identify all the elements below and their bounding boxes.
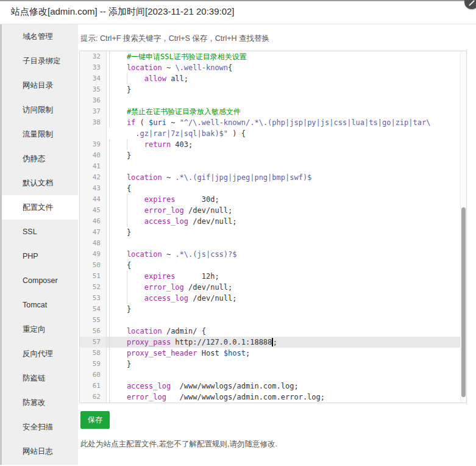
- code-line[interactable]: 51expires 12h;: [80, 271, 466, 282]
- code-text: location /admin/ {: [107, 326, 466, 337]
- code-text: error_log /dev/null;: [107, 282, 466, 293]
- code-line[interactable]: 45error_log /dev/null;: [80, 205, 466, 216]
- code-text: location ~ .*\.(gif|jpg|jpeg|png|bmp|swf…: [107, 172, 466, 183]
- code-text: location ~ \.well-known{: [107, 62, 466, 73]
- code-line[interactable]: 40}: [80, 150, 466, 161]
- code-text: }: [107, 359, 466, 370]
- scrollbar-thumb[interactable]: [461, 207, 466, 397]
- code-line[interactable]: 43{: [80, 183, 466, 194]
- sidebar-item-tomcat[interactable]: Tomcat: [2, 293, 78, 317]
- code-token: error_log: [144, 206, 184, 215]
- code-editor[interactable]: 32#一键申请SSL证书验证目录相关设置33location ~ \.well-…: [79, 51, 467, 403]
- code-line[interactable]: 56location /admin/ {: [80, 326, 466, 337]
- sidebar-item-site-directory[interactable]: 网站目录: [2, 73, 78, 98]
- sidebar-item-ssl[interactable]: SSL: [2, 220, 78, 244]
- code-token: ) {: [228, 129, 246, 138]
- sidebar-item-hotlink-protection[interactable]: 防盗链: [2, 366, 78, 390]
- line-number: 33: [80, 62, 107, 73]
- indent-guide: [109, 249, 127, 260]
- code-token: access_log: [144, 217, 188, 226]
- line-number: 39: [80, 139, 107, 150]
- indent-guide: [109, 194, 127, 205]
- save-button[interactable]: 保存: [80, 411, 110, 429]
- sidebar-item-security-scan[interactable]: 安全扫描: [2, 415, 78, 439]
- sidebar-item-reverse-proxy[interactable]: 反向代理: [2, 342, 78, 366]
- code-line[interactable]: 60: [80, 370, 466, 381]
- line-number: 60: [80, 370, 107, 381]
- code-line[interactable]: 53access_log /dev/null;: [80, 293, 466, 304]
- code-line[interactable]: 32#一键申请SSL证书验证目录相关设置: [80, 51, 466, 62]
- code-text: }: [107, 84, 466, 95]
- indent-guide: [127, 205, 144, 216]
- line-number: 57: [80, 337, 107, 348]
- code-line[interactable]: 57proxy_pass http://127.0.0.1:18888;: [80, 337, 466, 348]
- code-token: 12h;: [175, 272, 219, 281]
- sidebar-item-access-limit[interactable]: 访问限制: [2, 98, 78, 122]
- code-text: proxy_set_header Host $host;: [107, 348, 466, 359]
- code-token: .*\.(gif|jpg|jpeg|png|bmp|swf)$: [175, 173, 311, 182]
- code-line[interactable]: 54}: [80, 304, 466, 315]
- sidebar-item-url-rewrite[interactable]: 伪静态: [2, 146, 78, 171]
- code-text: }: [107, 304, 466, 315]
- indent-guide: [109, 282, 127, 293]
- code-line[interactable]: 46access_log /dev/null;: [80, 216, 466, 227]
- code-token: error_log: [127, 393, 166, 401]
- sidebar-item-config-file[interactable]: 配置文件: [2, 195, 78, 220]
- code-line[interactable]: 47}: [80, 227, 466, 238]
- code-line[interactable]: 34allow all;: [80, 73, 466, 84]
- sidebar-item-tamper-proof[interactable]: 防篡改: [2, 390, 78, 415]
- code-line[interactable]: 33location ~ \.well-known{: [80, 62, 466, 73]
- code-text: [107, 238, 466, 249]
- code-token: /admin/ {: [162, 327, 206, 335]
- code-line[interactable]: 35}: [80, 84, 466, 95]
- code-line[interactable]: 61access_log /www/wwwlogs/admin.com.log;: [80, 381, 466, 392]
- sidebar-item-subdirectory-binding[interactable]: 子目录绑定: [2, 49, 78, 73]
- code-text: {: [107, 183, 466, 194]
- code-token: proxy_set_header: [127, 349, 197, 357]
- code-line-wrap[interactable]: .gz|rar|7z|sql|bak)$" ) {: [80, 128, 466, 139]
- indent-guide: [109, 359, 127, 370]
- sidebar-item-composer[interactable]: Composer: [2, 268, 78, 293]
- code-token: (: [135, 118, 149, 127]
- code-token: expires: [144, 272, 176, 281]
- indent-guide: [109, 293, 127, 304]
- sidebar-item-traffic-limit[interactable]: 流量限制: [2, 122, 78, 146]
- indent-guide: [109, 73, 127, 84]
- code-line[interactable]: 59}: [80, 359, 466, 370]
- code-text: return 403;: [107, 139, 466, 150]
- sidebar-item-domain-management[interactable]: 域名管理: [2, 24, 78, 49]
- sidebar-item-site-logs[interactable]: 网站日志: [2, 439, 78, 464]
- code-token: /www/wwwlogs/admin.com.error.log;: [166, 393, 325, 401]
- code-line[interactable]: 38if ( $uri ~ "^/\.well-known/.*\.(php|j…: [80, 117, 466, 128]
- sidebar-item-php[interactable]: PHP: [2, 244, 78, 268]
- code-line[interactable]: 44expires 30d;: [80, 194, 466, 205]
- code-token: /www/wwwlogs/admin.com.log;: [171, 382, 299, 390]
- code-token: /dev/null;: [184, 283, 232, 292]
- indent-guide: [109, 205, 127, 216]
- code-line[interactable]: 55: [80, 315, 466, 326]
- code-line[interactable]: 50{: [80, 260, 466, 271]
- sidebar-item-redirect[interactable]: 重定向: [2, 317, 78, 342]
- pencil-icon: [469, 0, 475, 6]
- code-token: /dev/null;: [184, 206, 232, 215]
- code-line[interactable]: 62error_log /www/wwwlogs/admin.com.error…: [80, 392, 466, 403]
- indent-guide: [109, 370, 127, 381]
- code-line[interactable]: 52error_log /dev/null;: [80, 282, 466, 293]
- code-line[interactable]: 58proxy_set_header Host $host;: [80, 348, 466, 359]
- code-line[interactable]: 37#禁止在证书验证目录放入敏感文件: [80, 106, 466, 117]
- code-line[interactable]: 39return 403;: [80, 139, 466, 150]
- code-line[interactable]: 49location ~ .*\.(js|css)?$: [80, 249, 466, 260]
- indent-guide: [109, 260, 127, 271]
- editor-scrollbar[interactable]: [460, 51, 466, 403]
- dialog-body: 域名管理子目录绑定网站目录访问限制流量限制伪静态默认文档配置文件SSLPHPCo…: [0, 24, 476, 465]
- line-number: 59: [80, 359, 107, 370]
- code-line[interactable]: 41: [80, 161, 466, 172]
- page-title: 站点修改[admin.com] -- 添加时间[2023-11-21 20:39…: [11, 6, 235, 18]
- indent-guide: [127, 271, 144, 282]
- indent-guide: [109, 227, 127, 238]
- code-line[interactable]: 36: [80, 95, 466, 106]
- code-line[interactable]: 42location ~ .*\.(gif|jpg|jpeg|png|bmp|s…: [80, 172, 466, 183]
- sidebar-item-default-document[interactable]: 默认文档: [2, 171, 78, 195]
- code-line[interactable]: 48: [80, 238, 466, 249]
- line-number: 52: [80, 282, 107, 293]
